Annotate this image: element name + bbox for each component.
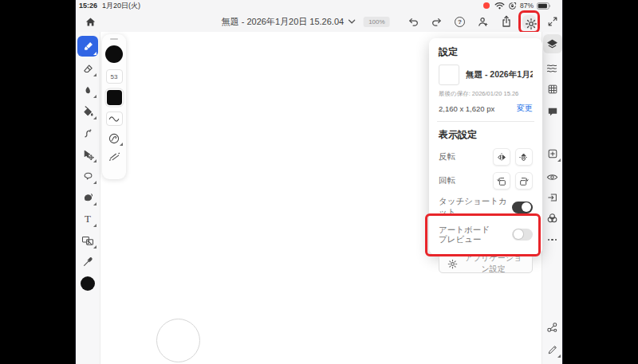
ios-status-bar: 15:26 1月20日(火) 87% xyxy=(76,0,562,11)
top-bar-actions: ? xyxy=(407,11,559,32)
comments-panel-button[interactable] xyxy=(543,102,562,121)
help-button[interactable]: ? xyxy=(453,15,467,29)
application-settings-label: アプリケーション設定 xyxy=(463,252,524,275)
tool-smudge[interactable] xyxy=(77,80,98,100)
home-button[interactable] xyxy=(82,14,98,29)
touch-shortcut-toggle[interactable] xyxy=(512,202,533,213)
add-content-button[interactable] xyxy=(543,144,562,163)
artboard-preview-label: アートボード プレビュー xyxy=(439,225,490,244)
rotate-ccw-button[interactable] xyxy=(493,172,510,190)
status-right: 87% xyxy=(483,2,551,10)
eye-icon xyxy=(546,173,558,182)
tool-place-image[interactable] xyxy=(77,231,98,250)
current-color-well[interactable] xyxy=(77,274,98,293)
brush-behavior-button[interactable] xyxy=(108,151,120,162)
document-title: 無題 - 2026年1月20日 15.26.04 xyxy=(222,16,344,28)
rotate-label: 回転 xyxy=(439,175,455,186)
adjustments-panel-button[interactable] xyxy=(543,58,562,77)
change-size-link[interactable]: 変更 xyxy=(517,103,533,114)
tool-eyedropper[interactable] xyxy=(77,252,98,272)
redo-button[interactable] xyxy=(430,15,443,29)
send-to-button[interactable] xyxy=(543,188,562,207)
rotate-cw-button[interactable] xyxy=(515,172,533,190)
brush-options-panel: 53 xyxy=(102,34,126,179)
application-settings-button[interactable]: アプリケーション設定 xyxy=(439,254,533,273)
toggle-knob xyxy=(522,202,531,212)
screenshot-stage: 15:26 1月20日(火) 87% xyxy=(0,0,638,364)
more-options-button[interactable] xyxy=(543,230,562,249)
tool-fill[interactable] xyxy=(77,102,98,121)
rotate-cw-icon xyxy=(518,176,530,186)
tool-lasso[interactable] xyxy=(77,166,98,186)
gear-icon xyxy=(525,18,538,30)
smudge-icon xyxy=(82,84,93,96)
text-tool-icon: T xyxy=(85,213,91,225)
pencil-icon xyxy=(547,344,558,355)
smoothing-icon xyxy=(106,112,123,126)
flip-label: 反転 xyxy=(439,151,455,162)
shapes-icon xyxy=(82,192,94,203)
submenu-indicator xyxy=(93,95,96,98)
zoom-level-badge[interactable]: 100% xyxy=(364,17,389,27)
touch-shortcut-label: タッチショートカット xyxy=(439,196,512,218)
touch-shortcut-widget[interactable] xyxy=(156,319,200,362)
battery-percent: 87% xyxy=(520,2,534,10)
livestream-button[interactable] xyxy=(543,318,562,337)
app-settings-row: アプリケーション設定 xyxy=(439,254,533,273)
tool-text[interactable]: T xyxy=(77,209,98,229)
flip-horizontal-button[interactable] xyxy=(493,148,510,166)
tool-liquify[interactable] xyxy=(77,123,98,143)
invite-people-button[interactable] xyxy=(476,15,490,29)
pressure-dynamics-button[interactable] xyxy=(108,132,120,145)
document-row: 無題 - 2026年1月20… xyxy=(439,65,533,85)
brush-size-value[interactable]: 53 xyxy=(106,69,123,84)
tool-move[interactable] xyxy=(77,145,98,164)
share-button[interactable] xyxy=(499,15,513,29)
fullscreen-button[interactable] xyxy=(545,15,559,29)
color-swatch-black xyxy=(81,276,95,291)
tool-eraser[interactable] xyxy=(77,59,98,78)
brush-icon xyxy=(82,41,94,53)
home-icon xyxy=(85,16,96,28)
layers-panel-button[interactable] xyxy=(543,34,562,53)
chevron-down-icon xyxy=(349,19,356,24)
tool-shapes[interactable] xyxy=(77,188,98,207)
panels-toolbar xyxy=(542,32,562,364)
brush-color-swatch[interactable] xyxy=(107,90,122,105)
status-date: 1月20日(火) xyxy=(102,1,140,11)
artboard-preview-line2: プレビュー xyxy=(439,234,481,244)
grid-panel-button[interactable] xyxy=(543,80,562,99)
display-settings-title: 表示設定 xyxy=(439,128,533,142)
add-square-icon xyxy=(547,148,558,159)
flip-vertical-button[interactable] xyxy=(515,148,533,166)
document-settings-panel: 設定 無題 - 2026年1月20… 最後の保存: 2026/01/20 15.… xyxy=(429,38,542,255)
artboard-preview-toggle[interactable] xyxy=(512,229,533,241)
drag-handle[interactable] xyxy=(110,38,118,40)
color-chip-black xyxy=(107,90,122,105)
artboard-preview-row: アートボード プレビュー xyxy=(439,225,533,244)
gear-icon xyxy=(447,259,458,269)
color-mixer-button[interactable] xyxy=(543,209,562,228)
submenu-indicator xyxy=(93,116,96,119)
tool-brush[interactable] xyxy=(77,36,98,57)
canvas-dimensions: 2,160 x 1,620 px xyxy=(439,104,494,113)
submenu-indicator xyxy=(93,224,96,227)
document-name: 無題 - 2026年1月20… xyxy=(466,69,533,80)
visibility-button[interactable] xyxy=(543,167,562,186)
document-title-group[interactable]: 無題 - 2026年1月20日 15.26.04 100% xyxy=(222,11,390,32)
liquify-icon xyxy=(82,127,93,139)
draw-assist-button[interactable] xyxy=(543,340,562,359)
eraser-icon xyxy=(82,63,94,75)
photos-icon xyxy=(81,236,94,246)
status-time: 15:26 xyxy=(79,2,97,10)
last-saved-text: 最後の保存: 2026/01/20 15.26 xyxy=(439,90,533,98)
rotate-row: 回転 xyxy=(439,172,533,190)
brush-size-preview[interactable] xyxy=(105,45,123,63)
battery-icon xyxy=(537,2,551,10)
document-settings-button[interactable] xyxy=(522,15,536,29)
orientation-lock-icon xyxy=(508,2,517,10)
layers-icon xyxy=(546,38,558,50)
undo-button[interactable] xyxy=(407,15,420,29)
smoothing-button[interactable] xyxy=(106,112,123,126)
flip-row: 反転 xyxy=(439,148,533,166)
